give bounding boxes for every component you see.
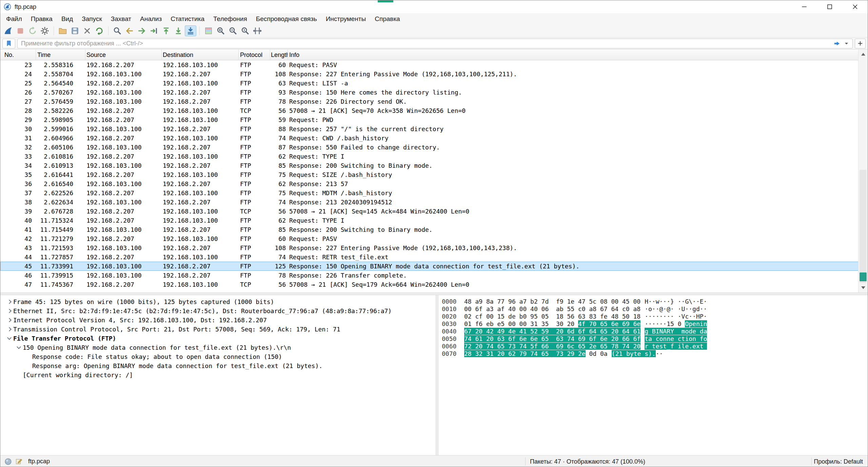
packet-row-45[interactable]: 4511.733991192.168.103.100192.168.2.207F… <box>0 262 859 271</box>
chevron-down-icon[interactable] <box>5 338 13 339</box>
go-to-packet-button[interactable] <box>148 25 160 36</box>
minimize-button[interactable] <box>791 0 817 13</box>
packet-row-38[interactable]: 382.622634192.168.103.100192.168.2.207FT… <box>0 198 859 207</box>
packet-row-44[interactable]: 4411.727857192.168.2.207192.168.103.100F… <box>0 252 859 262</box>
detail-row-frame[interactable]: Frame 45: 125 bytes on wire (1000 bits),… <box>0 297 436 306</box>
start-capture-button[interactable] <box>2 25 14 36</box>
hex-line-0010[interactable]: 001000 6f a3 af 40 00 40 06 ab 55 c0 a8 … <box>442 305 868 313</box>
packet-row-35[interactable]: 352.616441192.168.2.207192.168.103.100FT… <box>0 170 859 179</box>
resize-columns-button[interactable] <box>252 25 263 36</box>
packet-row-26[interactable]: 262.570267192.168.103.100192.168.2.207FT… <box>0 88 859 97</box>
go-back-button[interactable] <box>124 25 135 36</box>
packet-row-37[interactable]: 372.622526192.168.2.207192.168.103.100FT… <box>0 188 859 198</box>
menu-item-capture[interactable]: Захват <box>106 13 136 24</box>
scrollbar-up-arrow[interactable] <box>859 49 868 59</box>
hex-line-0030[interactable]: 003001 f6 eb e5 00 00 31 35 30 20 4f 70 … <box>442 320 868 328</box>
detail-row-ethernet[interactable]: Ethernet II, Src: b2:7d:f9:1e:47:5c (b2:… <box>0 306 436 316</box>
packet-row-24[interactable]: 242.558704192.168.103.100192.168.2.207FT… <box>0 69 859 79</box>
menu-item-statistics[interactable]: Статистика <box>166 13 209 24</box>
packet-row-36[interactable]: 362.616540192.168.103.100192.168.2.207FT… <box>0 179 859 188</box>
add-filter-button[interactable] <box>855 39 866 48</box>
column-header-time[interactable]: Time <box>36 49 85 60</box>
zoom-out-button[interactable] <box>227 25 239 36</box>
status-profile[interactable]: Профиль: Default <box>814 455 863 467</box>
column-header-info[interactable]: Info <box>288 49 859 60</box>
packet-row-27[interactable]: 272.576459192.168.103.100192.168.2.207FT… <box>0 97 859 106</box>
packet-row-34[interactable]: 342.610913192.168.103.100192.168.2.207FT… <box>0 161 859 170</box>
packet-row-40[interactable]: 4011.715324192.168.2.207192.168.103.100F… <box>0 216 859 225</box>
chevron-right-icon[interactable] <box>5 328 13 331</box>
chevron-right-icon[interactable] <box>5 319 13 322</box>
scrollbar-thumb[interactable] <box>860 170 867 283</box>
column-header-destination[interactable]: Destination <box>162 49 239 60</box>
zoom-in-button[interactable] <box>215 25 226 36</box>
detail-row-ip[interactable]: Internet Protocol Version 4, Src: 192.16… <box>0 316 436 325</box>
packet-row-23[interactable]: 232.558316192.168.2.207192.168.103.100FT… <box>0 60 859 69</box>
detail-row-cwd[interactable]: [Current working directory: /] <box>0 370 436 380</box>
packet-row-33[interactable]: 332.610816192.168.2.207192.168.103.100FT… <box>0 152 859 161</box>
zoom-normal-button[interactable] <box>239 25 251 36</box>
packet-list-scrollbar[interactable] <box>858 49 868 292</box>
go-forward-button[interactable] <box>136 25 147 36</box>
packet-row-42[interactable]: 4211.721279192.168.2.207192.168.103.100F… <box>0 234 859 243</box>
packet-row-43[interactable]: 4311.721593192.168.103.100192.168.2.207F… <box>0 243 859 252</box>
hex-line-0020[interactable]: 002002 cf 00 15 de b0 95 05 18 56 63 83 … <box>442 313 868 320</box>
hex-line-0040[interactable]: 004067 20 42 49 4e 41 52 59 20 6d 6f 64 … <box>442 328 868 335</box>
open-file-button[interactable] <box>57 25 68 36</box>
column-header-protocol[interactable]: Protocol <box>239 49 270 60</box>
menu-item-wireless[interactable]: Беспроводная связь <box>252 13 321 24</box>
column-header-no[interactable]: No. <box>0 49 36 60</box>
packet-row-25[interactable]: 252.564540192.168.2.207192.168.103.100FT… <box>0 79 859 88</box>
colorize-packets-button[interactable] <box>203 25 214 36</box>
menu-item-help[interactable]: Справка <box>370 13 405 24</box>
maximize-button[interactable] <box>817 0 842 13</box>
filter-dropdown-button[interactable] <box>842 39 851 48</box>
close-file-button[interactable] <box>81 25 93 36</box>
packet-row-47[interactable]: 4711.745367192.168.2.207192.168.103.100T… <box>0 280 859 289</box>
menu-item-tools[interactable]: Инструменты <box>321 13 370 24</box>
menu-item-analyze[interactable]: Анализ <box>136 13 166 24</box>
detail-row-response-arg[interactable]: Response arg: Opening BINARY mode data c… <box>0 361 436 370</box>
chevron-right-icon[interactable] <box>5 309 13 312</box>
find-packet-button[interactable] <box>112 25 123 36</box>
hex-line-0070[interactable]: 007028 32 31 20 62 79 74 65 73 29 2e 0d … <box>442 350 868 358</box>
auto-scroll-button[interactable] <box>185 25 196 36</box>
chevron-right-icon[interactable] <box>5 300 13 303</box>
stop-capture-button[interactable] <box>15 25 26 36</box>
capture-comment-icon[interactable] <box>15 458 23 465</box>
display-filter-input[interactable] <box>21 40 832 47</box>
vertical-splitter[interactable] <box>436 295 438 455</box>
packet-row-29[interactable]: 292.598905192.168.2.207192.168.103.100FT… <box>0 115 859 124</box>
detail-row-ftp-response-line[interactable]: 150 Opening BINARY mode data connection … <box>0 343 436 352</box>
filter-bookmark-button[interactable] <box>2 39 15 48</box>
packet-row-31[interactable]: 312.604966192.168.2.207192.168.103.100FT… <box>0 134 859 143</box>
hex-line-0000[interactable]: 000048 a9 8a 77 96 a7 b2 7d f9 1e 47 5c … <box>442 298 868 305</box>
apply-filter-button[interactable] <box>832 39 842 48</box>
packet-row-28[interactable]: 282.582226192.168.2.207192.168.103.100TC… <box>0 106 859 115</box>
menu-item-telephony[interactable]: Телефония <box>209 13 252 24</box>
menu-item-file[interactable]: Файл <box>2 13 26 24</box>
detail-row-ftp[interactable]: File Transfer Protocol (FTP) <box>0 334 436 343</box>
menu-item-go[interactable]: Запуск <box>77 13 106 24</box>
packet-row-39[interactable]: 392.676728192.168.2.207192.168.103.100TC… <box>0 207 859 216</box>
capture-options-button[interactable] <box>39 25 51 36</box>
close-button[interactable] <box>842 0 868 13</box>
restart-capture-button[interactable] <box>27 25 38 36</box>
detail-row-tcp[interactable]: Transmission Control Protocol, Src Port:… <box>0 325 436 334</box>
packet-row-30[interactable]: 302.599016192.168.103.100192.168.2.207FT… <box>0 124 859 134</box>
hex-line-0050[interactable]: 005074 61 20 63 6f 6e 6e 65 63 74 69 6f … <box>442 335 868 343</box>
go-last-button[interactable] <box>173 25 184 36</box>
detail-row-response-code[interactable]: Response code: File status okay; about t… <box>0 352 436 361</box>
scrollbar-down-arrow[interactable] <box>859 283 868 292</box>
packet-row-46[interactable]: 4611.739915192.168.103.100192.168.2.207F… <box>0 271 859 280</box>
packet-row-41[interactable]: 4111.715449192.168.103.100192.168.2.207F… <box>0 225 859 234</box>
go-first-button[interactable] <box>160 25 172 36</box>
reload-file-button[interactable] <box>94 25 105 36</box>
column-header-source[interactable]: Source <box>85 49 162 60</box>
horizontal-splitter[interactable] <box>0 292 868 295</box>
packet-row-32[interactable]: 322.605106192.168.103.100192.168.2.207FT… <box>0 143 859 152</box>
menu-item-edit[interactable]: Правка <box>26 13 57 24</box>
column-header-length[interactable]: Length <box>270 49 288 60</box>
chevron-down-icon[interactable] <box>15 347 23 348</box>
hex-line-0060[interactable]: 006072 20 74 65 73 74 5f 66 69 6c 65 2e … <box>442 343 868 350</box>
